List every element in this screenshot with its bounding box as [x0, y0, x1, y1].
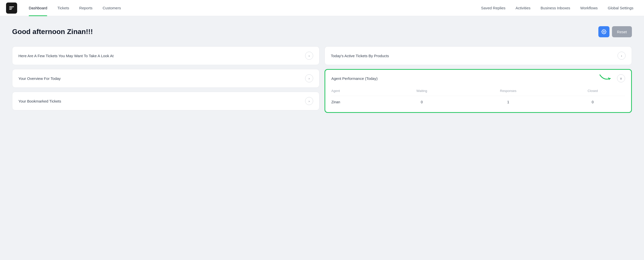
table-row: Zinan 0 1 0: [331, 96, 625, 106]
agent-card-title: Agent Performance (Today): [331, 76, 377, 81]
table-header: Agent Waiting Responses Closed: [331, 87, 625, 96]
chevron-right-icon: ›: [305, 74, 313, 82]
chevron-down-icon[interactable]: ∨: [617, 74, 625, 82]
cell-agent-name: Zinan: [331, 96, 388, 106]
card-overview-label: Your Overview For Today: [18, 76, 61, 81]
table-body: Zinan 0 1 0: [331, 96, 625, 106]
col-responses: Responses: [456, 87, 560, 96]
nav-right: Saved Replies Activities Business Inboxe…: [477, 0, 638, 16]
page-title: Good afternoon Zinan!!!: [12, 28, 93, 36]
nav-item-workflows[interactable]: Workflows: [576, 0, 602, 16]
nav-item-reports[interactable]: Reports: [75, 0, 97, 16]
cell-closed: 0: [560, 96, 625, 106]
main-content: Good afternoon Zinan!!! Reset Here Are A…: [0, 16, 644, 123]
svg-point-1: [603, 31, 604, 32]
nav-left: Dashboard Tickets Reports Customers: [24, 0, 125, 16]
agent-performance-table: Agent Waiting Responses Closed Zinan 0 1: [331, 87, 625, 106]
nav-item-dashboard[interactable]: Dashboard: [24, 0, 52, 16]
reset-button[interactable]: Reset: [612, 26, 632, 37]
right-column: Today's Active Tickets By Products › Age…: [325, 46, 632, 113]
card-active-tickets-label: Today's Active Tickets By Products: [331, 54, 389, 58]
page-header: Good afternoon Zinan!!! Reset: [12, 26, 632, 37]
agent-performance-card: Agent Performance (Today) ∨: [325, 69, 632, 113]
navbar: Dashboard Tickets Reports Customers Save…: [0, 0, 644, 16]
nav-item-tickets[interactable]: Tickets: [53, 0, 74, 16]
agent-table-wrapper: Agent Waiting Responses Closed Zinan 0 1: [325, 87, 631, 112]
cell-waiting: 0: [388, 96, 456, 106]
card-bookmarked-label: Your Bookmarked Tickets: [18, 99, 61, 103]
cell-responses: 1: [456, 96, 560, 106]
logo[interactable]: [6, 3, 17, 14]
nav-item-customers[interactable]: Customers: [98, 0, 126, 16]
card-overview[interactable]: Your Overview For Today ›: [12, 69, 319, 88]
header-actions: Reset: [598, 26, 632, 37]
card-few-tickets[interactable]: Here Are A Few Tickets You May Want To T…: [12, 46, 319, 65]
card-active-tickets[interactable]: Today's Active Tickets By Products ›: [325, 46, 632, 65]
left-column: Here Are A Few Tickets You May Want To T…: [12, 46, 319, 113]
nav-item-saved-replies[interactable]: Saved Replies: [477, 0, 510, 16]
dashboard-grid: Here Are A Few Tickets You May Want To T…: [12, 46, 632, 113]
nav-item-activities[interactable]: Activities: [511, 0, 535, 16]
col-agent: Agent: [331, 87, 388, 96]
card-few-tickets-label: Here Are A Few Tickets You May Want To T…: [18, 54, 113, 58]
col-waiting: Waiting: [388, 87, 456, 96]
arrow-annotation: [598, 72, 614, 84]
chevron-right-icon: ›: [305, 52, 313, 60]
chevron-right-icon: ›: [618, 52, 626, 60]
card-bookmarked[interactable]: Your Bookmarked Tickets ›: [12, 92, 319, 110]
settings-button[interactable]: [598, 26, 609, 37]
nav-item-global-settings[interactable]: Global Settings: [603, 0, 638, 16]
agent-card-header: Agent Performance (Today) ∨: [325, 70, 631, 87]
chevron-right-icon: ›: [305, 97, 313, 105]
col-closed: Closed: [560, 87, 625, 96]
nav-item-business-inboxes[interactable]: Business Inboxes: [536, 0, 575, 16]
